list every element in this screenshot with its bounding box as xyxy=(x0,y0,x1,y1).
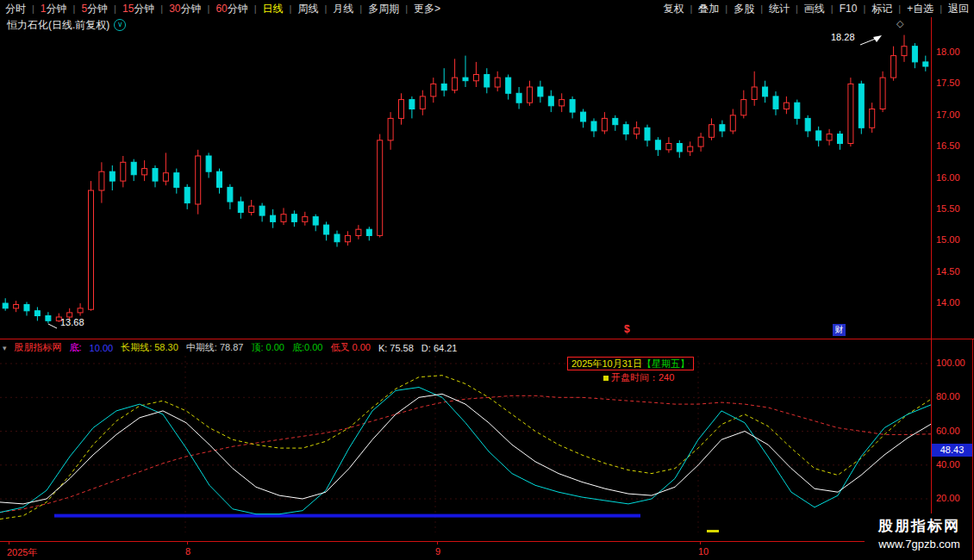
menu-item-number: 30 xyxy=(169,3,180,15)
menu-item-period-0[interactable]: 分时 xyxy=(5,2,26,16)
menu-item-tool-5[interactable]: F10 xyxy=(840,3,858,15)
indicator-value-badge: 48.43 xyxy=(932,444,972,457)
watermark-site-name: 股朋指标网 xyxy=(865,516,974,536)
menu-item-number: 60 xyxy=(215,3,227,15)
price-scale-separator-line xyxy=(931,17,932,560)
menu-item-tool-3[interactable]: 统计 xyxy=(769,2,790,16)
open-time-text: 开盘时间：240 xyxy=(611,372,674,383)
chart-title: 恒力石化(日线.前复权) xyxy=(7,18,109,33)
menu-item-period-5[interactable]: 60分钟 xyxy=(215,2,247,16)
menu-item-tool-1[interactable]: 叠加 xyxy=(698,2,719,16)
menu-item-period-8[interactable]: 月线 xyxy=(333,2,353,16)
watermark: 股朋指标网 www.7gpzb.com xyxy=(865,513,974,560)
menu-item-text: 分钟 xyxy=(228,3,248,15)
indicator-header-segment-0: 股朋指标网 xyxy=(15,341,62,354)
indicator-axis-label: 80.00 xyxy=(936,391,960,401)
menu-item-period-10[interactable]: 更多> xyxy=(414,2,440,16)
tools-menu: 复权|叠加|多股|统计|画线|F10|标记|+自选|退回 xyxy=(663,2,969,16)
time-axis-line xyxy=(0,541,974,542)
annotation-weekday: 【星期五】 xyxy=(642,358,690,369)
indicator-axis-label: 100.00 xyxy=(936,358,965,368)
indicator-header-segment-3: 长期线: 58.30 xyxy=(121,341,178,354)
menu-item-tool-2[interactable]: 多股 xyxy=(734,2,754,16)
indicator-header-segment-6: 底:0.00 xyxy=(292,341,322,354)
menu-separator: | xyxy=(114,3,116,14)
indicator-header-segment-7: 低叉 0.00 xyxy=(330,341,370,354)
menu-item-period-6[interactable]: 日线 xyxy=(263,2,284,16)
indicator-collapse-icon[interactable]: ▾ xyxy=(3,344,7,352)
menu-separator: | xyxy=(898,3,901,14)
menu-separator: | xyxy=(359,3,362,14)
price-axis-label: 18.00 xyxy=(936,47,960,57)
menu-item-tool-4[interactable]: 画线 xyxy=(804,2,825,16)
menu-item-tool-8[interactable]: 退回 xyxy=(948,2,969,16)
menu-bar: 分时|1分钟|5分钟|15分钟|30分钟|60分钟|日线|周线|月线|多周期|更… xyxy=(0,0,974,17)
menu-separator: | xyxy=(690,3,692,14)
date-annotation-box: 2025年10月31日【星期五】 xyxy=(567,357,694,370)
candlestick-plot[interactable] xyxy=(0,33,931,339)
bullet-square-icon xyxy=(603,376,609,381)
indicator-axis-label: 60.00 xyxy=(936,426,960,436)
menu-separator: | xyxy=(405,3,408,14)
cai-marker-badge: 财 xyxy=(833,324,846,336)
menu-separator: | xyxy=(760,3,763,14)
indicator-header: ▾股朋指标网底:10.00长期线: 58.30中期线: 78.87顶: 0.00… xyxy=(0,340,932,355)
menu-separator: | xyxy=(796,3,798,14)
menu-item-number: 1 xyxy=(41,3,47,15)
high-price-label: 18.28 xyxy=(831,32,855,42)
menu-separator: | xyxy=(32,3,34,14)
watermark-url: www.7gpzb.com xyxy=(865,538,974,551)
menu-separator: | xyxy=(208,3,210,14)
annotation-date: 2025年10月31日 xyxy=(571,358,642,369)
time-axis-tick xyxy=(187,542,188,544)
period-menu: 分时|1分钟|5分钟|15分钟|30分钟|60分钟|日线|周线|月线|多周期|更… xyxy=(5,2,440,16)
low-price-label: 13.68 xyxy=(60,317,84,327)
price-axis-label: 17.50 xyxy=(936,78,960,88)
indicator-header-segment-9: D: 64.21 xyxy=(421,343,458,353)
indicator-header-segment-1: 底: xyxy=(70,341,82,354)
menu-item-period-9[interactable]: 多周期 xyxy=(368,2,399,16)
menu-item-text: 分钟 xyxy=(87,3,108,15)
dollar-marker: $ xyxy=(624,323,630,335)
diamond-icon[interactable]: ◇ xyxy=(896,18,903,29)
time-axis-tick xyxy=(437,542,438,544)
menu-item-tool-6[interactable]: 标记 xyxy=(871,2,892,16)
indicator-axis-label: 20.00 xyxy=(936,493,960,503)
menu-item-text: 分钟 xyxy=(47,3,67,15)
menu-item-tool-0[interactable]: 复权 xyxy=(663,2,684,16)
price-axis-label: 16.50 xyxy=(936,140,960,151)
indicator-header-segment-4: 中期线: 78.87 xyxy=(186,341,244,354)
time-axis-tick xyxy=(9,542,9,544)
price-axis-label: 14.50 xyxy=(936,266,960,277)
menu-separator: | xyxy=(940,3,942,14)
panel-separator-line xyxy=(0,339,974,339)
menu-item-text: 分钟 xyxy=(134,3,154,15)
price-axis-label: 15.00 xyxy=(936,234,960,245)
price-axis-label: 17.00 xyxy=(936,109,960,120)
menu-separator: | xyxy=(160,3,163,14)
indicator-header-segment-2: 10.00 xyxy=(90,343,114,353)
menu-item-period-1[interactable]: 1分钟 xyxy=(41,2,67,16)
menu-item-period-7[interactable]: 周线 xyxy=(297,2,318,16)
open-time-annotation: 开盘时间：240 xyxy=(603,371,674,384)
menu-item-period-3[interactable]: 15分钟 xyxy=(122,2,154,16)
price-axis-label: 16.00 xyxy=(936,172,960,183)
dropdown-circle-icon[interactable]: ∨ xyxy=(114,19,126,31)
time-axis-label: 9 xyxy=(435,546,440,557)
price-axis-label: 14.00 xyxy=(936,297,960,308)
menu-separator: | xyxy=(324,3,327,14)
menu-separator: | xyxy=(73,3,76,14)
title-bar: 恒力石化(日线.前复权) ∨ ◇ xyxy=(0,17,974,33)
menu-separator: | xyxy=(290,3,292,14)
time-axis-label: 2025年 xyxy=(7,546,37,559)
menu-separator: | xyxy=(725,3,727,14)
time-axis-tick xyxy=(700,542,701,544)
menu-item-text: 分钟 xyxy=(181,3,202,15)
indicator-header-segment-5: 顶: 0.00 xyxy=(251,341,284,354)
right-edge-line xyxy=(972,339,973,560)
menu-item-number: 15 xyxy=(122,3,134,15)
menu-item-period-4[interactable]: 30分钟 xyxy=(169,2,201,16)
menu-item-tool-7[interactable]: +自选 xyxy=(907,2,933,16)
indicator-plot[interactable] xyxy=(0,356,931,541)
menu-item-period-2[interactable]: 5分钟 xyxy=(81,2,108,16)
